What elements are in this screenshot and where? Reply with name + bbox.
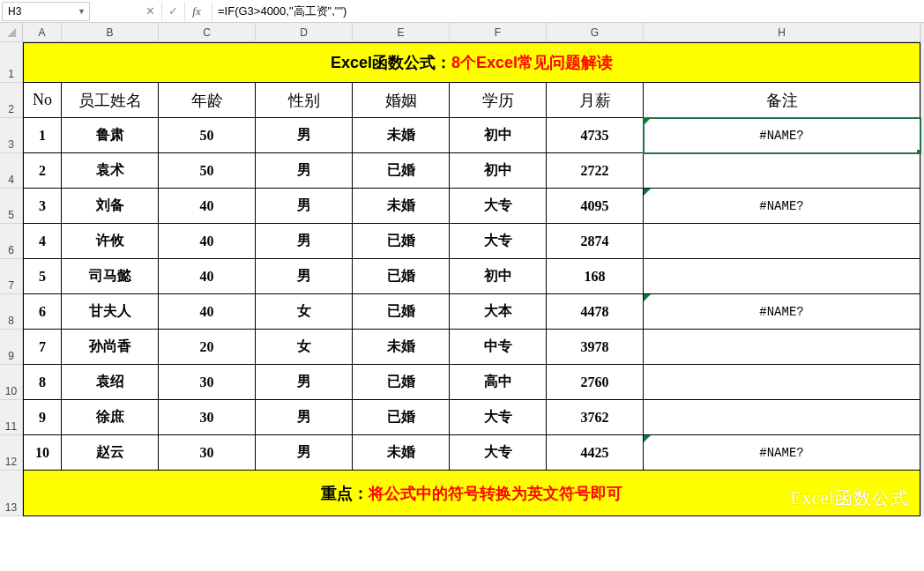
column-header-B[interactable]: B: [62, 23, 159, 42]
data-cell[interactable]: 司马懿: [62, 259, 159, 294]
column-header-D[interactable]: D: [256, 23, 353, 42]
column-header-C[interactable]: C: [159, 23, 256, 42]
data-cell[interactable]: 男: [256, 189, 353, 224]
data-cell[interactable]: 未婚: [353, 435, 450, 471]
row-header-8[interactable]: 8: [0, 294, 23, 330]
data-cell[interactable]: 许攸: [62, 224, 159, 259]
table-header[interactable]: 性别: [256, 83, 353, 118]
data-cell[interactable]: 男: [256, 365, 353, 400]
data-cell[interactable]: [644, 330, 920, 365]
data-cell[interactable]: 甘夫人: [62, 294, 159, 330]
data-cell[interactable]: 大专: [450, 435, 547, 471]
data-cell[interactable]: 2: [23, 153, 62, 189]
data-cell[interactable]: 6: [23, 294, 62, 330]
data-cell[interactable]: 孙尚香: [62, 330, 159, 365]
data-cell[interactable]: 初中: [450, 118, 547, 153]
data-cell[interactable]: 4735: [547, 118, 644, 153]
data-cell[interactable]: 3762: [547, 400, 644, 435]
data-cell[interactable]: 4095: [547, 189, 644, 224]
row-header-9[interactable]: 9: [0, 330, 23, 365]
data-cell[interactable]: 徐庶: [62, 400, 159, 435]
table-header[interactable]: 员工姓名: [62, 83, 159, 118]
column-header-F[interactable]: F: [450, 23, 547, 42]
data-cell[interactable]: 大专: [450, 224, 547, 259]
data-cell[interactable]: 2722: [547, 153, 644, 189]
data-cell[interactable]: 9: [23, 400, 62, 435]
data-cell[interactable]: 初中: [450, 259, 547, 294]
data-cell[interactable]: #NAME?: [644, 118, 920, 153]
data-cell[interactable]: 2874: [547, 224, 644, 259]
row-header-6[interactable]: 6: [0, 224, 23, 259]
row-header-2[interactable]: 2: [0, 83, 23, 118]
data-cell[interactable]: 男: [256, 153, 353, 189]
data-cell[interactable]: #NAME?: [644, 435, 920, 471]
data-cell[interactable]: 女: [256, 330, 353, 365]
data-cell[interactable]: 7: [23, 330, 62, 365]
data-cell[interactable]: 大专: [450, 189, 547, 224]
cancel-formula-button[interactable]: ✕: [139, 2, 162, 21]
data-cell[interactable]: 未婚: [353, 189, 450, 224]
data-cell[interactable]: 50: [159, 118, 256, 153]
data-cell[interactable]: #NAME?: [644, 189, 920, 224]
table-header[interactable]: 备注: [644, 83, 920, 118]
data-cell[interactable]: 30: [159, 365, 256, 400]
data-cell[interactable]: [644, 153, 920, 189]
data-cell[interactable]: 已婚: [353, 153, 450, 189]
data-cell[interactable]: 168: [547, 259, 644, 294]
data-cell[interactable]: 男: [256, 224, 353, 259]
data-cell[interactable]: #NAME?: [644, 294, 920, 330]
column-header-G[interactable]: G: [547, 23, 644, 42]
vertical-scrollbar[interactable]: [920, 23, 924, 516]
row-header-11[interactable]: 11: [0, 400, 23, 435]
data-cell[interactable]: 高中: [450, 365, 547, 400]
data-cell[interactable]: 初中: [450, 153, 547, 189]
row-header-3[interactable]: 3: [0, 118, 23, 153]
data-cell[interactable]: [644, 400, 920, 435]
formula-input[interactable]: =IF(G3>4000,"高工资",""): [212, 2, 922, 21]
row-header-5[interactable]: 5: [0, 189, 23, 224]
data-cell[interactable]: 已婚: [353, 365, 450, 400]
data-cell[interactable]: 刘备: [62, 189, 159, 224]
data-cell[interactable]: 男: [256, 400, 353, 435]
data-cell[interactable]: 1: [23, 118, 62, 153]
data-cell[interactable]: 3: [23, 189, 62, 224]
data-cell[interactable]: 30: [159, 435, 256, 471]
data-cell[interactable]: 40: [159, 259, 256, 294]
data-cell[interactable]: 赵云: [62, 435, 159, 471]
name-box[interactable]: H3 ▼: [2, 2, 90, 21]
data-cell[interactable]: 4478: [547, 294, 644, 330]
fx-button[interactable]: fx: [185, 2, 208, 21]
data-cell[interactable]: 2760: [547, 365, 644, 400]
data-cell[interactable]: 男: [256, 435, 353, 471]
row-header-10[interactable]: 10: [0, 365, 23, 400]
data-cell[interactable]: 50: [159, 153, 256, 189]
data-cell[interactable]: 女: [256, 294, 353, 330]
confirm-formula-button[interactable]: ✓: [162, 2, 185, 21]
data-cell[interactable]: 大本: [450, 294, 547, 330]
row-header-4[interactable]: 4: [0, 153, 23, 189]
data-cell[interactable]: 未婚: [353, 118, 450, 153]
data-cell[interactable]: 男: [256, 259, 353, 294]
row-header-12[interactable]: 12: [0, 435, 23, 471]
data-cell[interactable]: 袁绍: [62, 365, 159, 400]
data-cell[interactable]: 4425: [547, 435, 644, 471]
data-cell[interactable]: [644, 259, 920, 294]
table-header[interactable]: No: [23, 83, 62, 118]
title-cell[interactable]: Excel函数公式：8个Excel常见问题解读: [23, 42, 920, 83]
data-cell[interactable]: 40: [159, 189, 256, 224]
row-header-7[interactable]: 7: [0, 259, 23, 294]
select-all-corner[interactable]: [0, 23, 23, 42]
column-header-E[interactable]: E: [353, 23, 450, 42]
data-cell[interactable]: 40: [159, 224, 256, 259]
table-header[interactable]: 婚姻: [353, 83, 450, 118]
table-header[interactable]: 月薪: [547, 83, 644, 118]
data-cell[interactable]: [644, 365, 920, 400]
data-cell[interactable]: 20: [159, 330, 256, 365]
footer-cell[interactable]: 重点：将公式中的符号转换为英文符号即可Excel函数公式: [23, 471, 920, 516]
data-cell[interactable]: 3978: [547, 330, 644, 365]
table-header[interactable]: 年龄: [159, 83, 256, 118]
chevron-down-icon[interactable]: ▼: [78, 7, 86, 16]
data-cell[interactable]: 大专: [450, 400, 547, 435]
data-cell[interactable]: [644, 224, 920, 259]
column-header-A[interactable]: A: [23, 23, 62, 42]
